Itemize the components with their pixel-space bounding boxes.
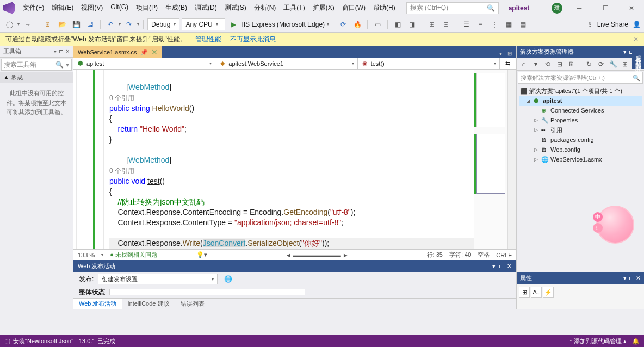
menu-extensions[interactable]: 扩展(X) xyxy=(309,1,338,15)
infobar-close-icon[interactable]: ✕ xyxy=(633,35,639,43)
notifications-icon[interactable]: 🔔 xyxy=(632,338,640,345)
home-icon[interactable]: ⌂ xyxy=(519,59,529,69)
assistant-avatar[interactable] xyxy=(596,206,634,244)
show-all-icon[interactable]: 🗎 xyxy=(567,59,577,69)
save-button[interactable]: 💾 xyxy=(70,18,82,30)
menu-tools[interactable]: 工具(T) xyxy=(280,1,308,15)
global-search-input[interactable]: 搜索 (Ctrl+Q)🔍 xyxy=(406,2,499,14)
open-button[interactable]: 📂 xyxy=(56,18,68,30)
tab-dropdown-icon[interactable]: ▾ xyxy=(497,49,504,58)
tab-webservice1[interactable]: WebService1.asmx.cs📌✕ xyxy=(73,46,162,58)
chevron-down-icon[interactable]: ▾ xyxy=(623,48,627,55)
menu-view[interactable]: 视图(V) xyxy=(78,1,106,15)
prop-cat-icon[interactable]: ⊞ xyxy=(519,287,530,298)
menu-window[interactable]: 窗口(W) xyxy=(339,1,369,15)
tree-item[interactable]: ▷🔧Properties xyxy=(519,115,642,125)
minimize-button[interactable]: ─ xyxy=(570,2,589,15)
menu-test[interactable]: 测试(S) xyxy=(221,1,250,15)
close-icon[interactable]: ✕ xyxy=(65,48,70,54)
toolbox-section-general[interactable]: ▲ 常规 xyxy=(0,72,73,83)
tb-icon-6[interactable]: ☰ xyxy=(460,18,472,30)
nav-project[interactable]: ⬢apitest▾ xyxy=(73,58,215,69)
config-dropdown[interactable]: Debug▾ xyxy=(147,18,179,30)
toolbox-search-input[interactable]: 搜索工具箱🔍▾ xyxy=(1,59,72,71)
tab-intellicode[interactable]: IntelliCode 建议 xyxy=(122,299,175,309)
maximize-button[interactable]: ☐ xyxy=(596,2,615,15)
tree-solution-root[interactable]: ⬛解决方案"apitest"(1 个项目/共 1 个) xyxy=(519,86,642,96)
refresh-icon[interactable]: ↻ xyxy=(584,59,594,69)
infobar-dismiss-link[interactable]: 不再显示此消息 xyxy=(230,35,276,44)
zoom-level[interactable]: 133 % xyxy=(78,252,95,258)
prop-az-icon[interactable]: A↓ xyxy=(531,287,542,298)
tab-more-icon[interactable]: ⊞ xyxy=(505,49,514,58)
tb-icon-1[interactable]: ▭ xyxy=(371,18,383,30)
admin-icon[interactable]: 👤 xyxy=(633,21,641,28)
lightbulb-icon[interactable]: 💡▾ xyxy=(196,251,207,258)
encoding-indicator[interactable]: CRLF xyxy=(496,252,512,258)
prop-events-icon[interactable]: ⚡ xyxy=(543,287,554,298)
platform-dropdown[interactable]: Any CPU▾ xyxy=(182,18,225,30)
tab-close-icon[interactable]: ✕ xyxy=(151,48,158,57)
user-avatar[interactable]: 琪 xyxy=(552,3,562,14)
nav-split-icon[interactable]: ⇆ xyxy=(500,58,516,69)
tree-item[interactable]: ▷🗎Web.config xyxy=(519,145,642,154)
tree-project[interactable]: ◢⬢apitest xyxy=(519,96,642,106)
undo-button[interactable]: ↶ xyxy=(104,18,116,30)
menu-file[interactable]: 文件(F) xyxy=(20,1,47,15)
code-editor[interactable]: [WebMethod] 0 个引用 public string HelloWor… xyxy=(104,70,474,249)
menu-git[interactable]: Git(G) xyxy=(107,1,132,15)
tab-error-list[interactable]: 错误列表 xyxy=(175,299,210,309)
menu-build[interactable]: 生成(B) xyxy=(162,1,190,15)
tb-icon-2[interactable]: ◧ xyxy=(392,18,404,30)
chevron-down-icon[interactable]: ▾ xyxy=(492,263,496,270)
menu-edit[interactable]: 编辑(E) xyxy=(48,1,77,15)
solution-tree[interactable]: ⬛解决方案"apitest"(1 个项目/共 1 个) ◢⬢apitest ⊕C… xyxy=(517,85,644,165)
tab-web-publish[interactable]: Web 发布活动 xyxy=(73,299,122,309)
nav-class[interactable]: ◆apitest.WebService1▾ xyxy=(215,58,357,69)
view-icon[interactable]: ⊞ xyxy=(620,59,630,69)
publish-profile-dropdown[interactable]: 创建发布设置▾ xyxy=(98,274,218,284)
solution-search-input[interactable]: 搜索解决方案资源管理器(Ctrl+;)🔍 xyxy=(518,72,643,84)
nav-member[interactable]: ◉test()▾ xyxy=(358,58,500,69)
tab-pin-icon[interactable]: 📌 xyxy=(140,49,148,56)
live-share-button[interactable]: Live Share xyxy=(597,21,628,28)
vertical-scrollbar[interactable] xyxy=(507,70,516,249)
tree-item[interactable]: ⊕Connected Services xyxy=(519,106,642,115)
menu-analyze[interactable]: 分析(N) xyxy=(251,1,280,15)
indent-indicator[interactable]: 空格 xyxy=(478,251,490,259)
tb-icon-5[interactable]: ⊟ xyxy=(440,18,452,30)
infobar-manage-link[interactable]: 管理性能 xyxy=(195,35,221,44)
issues-indicator[interactable]: ● 未找到相关问题 xyxy=(110,251,157,259)
tb-icon-4[interactable]: ⊞ xyxy=(426,18,438,30)
sync-icon[interactable]: ⟲ xyxy=(543,59,553,69)
tb-icon-8[interactable]: ⋮ xyxy=(488,18,500,30)
tree-item[interactable]: ▷🌐WebService1.asmx xyxy=(519,154,642,164)
pin-icon[interactable]: ⊏ xyxy=(59,48,63,54)
pin-icon[interactable]: ⊏ xyxy=(499,263,504,270)
properties-icon[interactable]: ⟳ xyxy=(596,59,606,69)
menu-debug[interactable]: 调试(D) xyxy=(191,1,220,15)
server-explorer-tab[interactable]: 服务器资源管理器 xyxy=(632,47,644,69)
nav-back-button[interactable]: ◯ xyxy=(3,18,15,30)
tb-icon-10[interactable]: ▤ xyxy=(517,18,529,30)
collapse-icon[interactable]: ⊟ xyxy=(555,59,565,69)
run-button[interactable]: ▶ xyxy=(227,18,239,30)
save-all-button[interactable]: 🖫 xyxy=(84,18,96,30)
source-control-button[interactable]: ↑ 添加到源代码管理 ▴ xyxy=(569,337,627,345)
nav-fwd-button[interactable]: → xyxy=(22,18,34,30)
tb-icon-3[interactable]: ◨ xyxy=(406,18,418,30)
run-target[interactable]: IIS Express (Microsoft Edge) xyxy=(242,21,325,28)
code-minimap[interactable] xyxy=(474,70,507,249)
wrench-icon[interactable]: 🔧 xyxy=(608,59,618,69)
tb-icon-9[interactable]: ▦ xyxy=(503,18,515,30)
menu-help[interactable]: 帮助(H) xyxy=(370,1,399,15)
new-project-button[interactable]: 🗎 xyxy=(42,18,54,30)
browser-link-icon[interactable]: ⟳ xyxy=(337,18,349,30)
tree-item[interactable]: 🗎packages.config xyxy=(519,135,642,145)
publish-button-icon[interactable]: 🌐 xyxy=(222,273,234,285)
close-button[interactable]: ✕ xyxy=(622,2,641,15)
hot-reload-icon[interactable]: 🔥 xyxy=(351,18,363,30)
redo-button[interactable]: ↷ xyxy=(123,18,135,30)
live-share-icon[interactable]: ⇪ xyxy=(587,21,593,28)
menu-project[interactable]: 项目(P) xyxy=(133,1,161,15)
